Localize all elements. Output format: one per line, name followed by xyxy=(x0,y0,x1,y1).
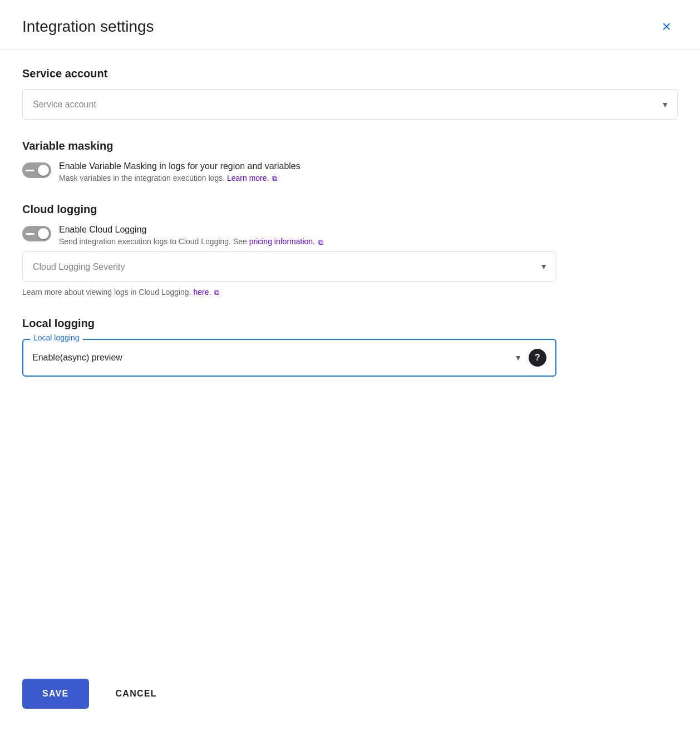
cloud-logging-toggle[interactable] xyxy=(22,226,51,241)
save-button[interactable]: SAVE xyxy=(22,679,89,709)
cloud-severity-select[interactable]: Cloud Logging Severity DEBUG INFO WARNIN… xyxy=(22,251,556,282)
close-button[interactable]: × xyxy=(655,16,678,38)
variable-masking-section: Variable masking Enable Variable Masking… xyxy=(22,140,678,183)
service-account-title: Service account xyxy=(22,67,678,80)
cloud-severity-note: Learn more about viewing logs in Cloud L… xyxy=(22,288,678,297)
cancel-button[interactable]: CANCEL xyxy=(102,679,170,709)
variable-masking-toggle[interactable] xyxy=(22,162,51,178)
service-account-section: Service account Service account ▼ xyxy=(22,67,678,120)
local-logging-help-icon[interactable]: ? xyxy=(529,349,546,367)
cloud-logging-title: Cloud logging xyxy=(22,203,678,216)
dialog-content: Service account Service account ▼ Variab… xyxy=(0,50,700,665)
cloud-severity-select-wrapper: Cloud Logging Severity DEBUG INFO WARNIN… xyxy=(22,251,556,282)
local-logging-inner: Enable(async) preview Enable Disable ▼ ? xyxy=(23,340,555,376)
variable-masking-label-group: Enable Variable Masking in logs for your… xyxy=(59,161,678,183)
cloud-severity-container: Cloud Logging Severity DEBUG INFO WARNIN… xyxy=(22,251,678,297)
variable-masking-title: Variable masking xyxy=(22,140,678,152)
cloud-severity-external-icon: ⧉ xyxy=(214,288,219,297)
cloud-logging-toggle-row: Enable Cloud Logging Send integration ex… xyxy=(22,225,678,246)
variable-masking-toggle-row: Enable Variable Masking in logs for your… xyxy=(22,161,678,183)
local-logging-fieldset: Local logging Enable(async) preview Enab… xyxy=(22,339,556,377)
service-account-select-wrapper: Service account ▼ xyxy=(22,89,678,120)
local-logging-legend: Local logging xyxy=(30,333,83,342)
local-logging-select[interactable]: Enable(async) preview Enable Disable xyxy=(32,353,507,362)
variable-masking-learn-more-link[interactable]: Learn more. ⧉ xyxy=(227,174,277,182)
local-logging-chevron-icon: ▼ xyxy=(514,353,522,362)
variable-masking-external-icon: ⧉ xyxy=(272,174,277,183)
cloud-severity-here-link[interactable]: here. ⧉ xyxy=(193,288,219,297)
dialog-title: Integration settings xyxy=(22,18,154,36)
cloud-logging-label-group: Enable Cloud Logging Send integration ex… xyxy=(59,225,678,246)
cloud-logging-pricing-external-icon: ⧉ xyxy=(318,238,323,247)
cloud-logging-pricing-link[interactable]: pricing information. ⧉ xyxy=(249,237,323,246)
variable-masking-sub-label: Mask variables in the integration execut… xyxy=(59,174,678,183)
cloud-logging-main-label: Enable Cloud Logging xyxy=(59,225,678,235)
integration-settings-dialog: Integration settings × Service account S… xyxy=(0,0,700,731)
local-logging-section: Local logging Local logging Enable(async… xyxy=(22,317,678,377)
local-logging-title: Local logging xyxy=(22,317,678,330)
dialog-footer: SAVE CANCEL xyxy=(0,665,700,731)
service-account-select[interactable]: Service account xyxy=(22,89,678,120)
variable-masking-main-label: Enable Variable Masking in logs for your… xyxy=(59,161,678,171)
cloud-logging-sub-label: Send integration execution logs to Cloud… xyxy=(59,237,678,246)
dialog-header: Integration settings × xyxy=(0,0,700,50)
cloud-logging-section: Cloud logging Enable Cloud Logging Send … xyxy=(22,203,678,297)
